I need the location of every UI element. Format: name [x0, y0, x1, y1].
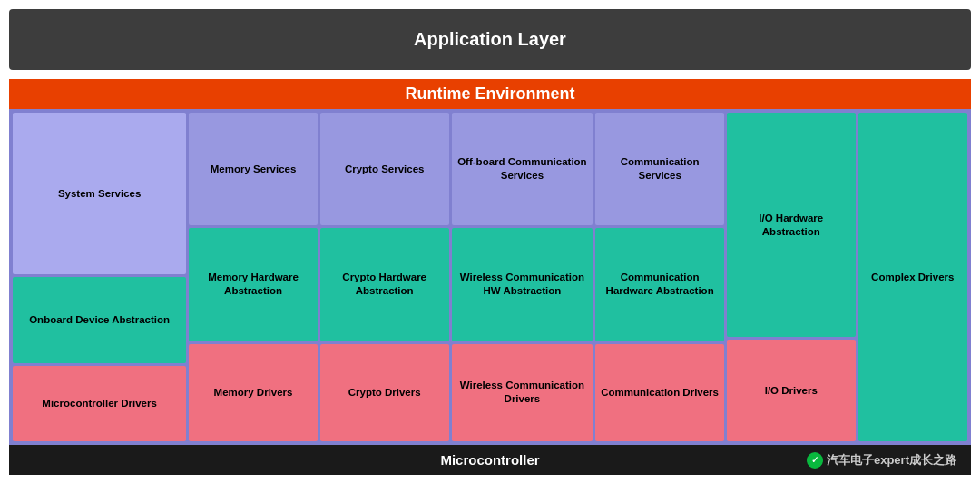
col-io: I/O Hardware Abstraction I/O Drivers [727, 113, 856, 441]
memory-drivers-cell: Memory Drivers [189, 344, 318, 441]
memory-services-cell: Memory Services [189, 113, 318, 225]
watermark-text: 汽车电子expert成长之路 [827, 452, 956, 469]
col-system: System Services Onboard Device Abstracti… [13, 113, 186, 441]
col-memory: Memory Services Memory Hardware Abstract… [189, 113, 318, 441]
wechat-icon: ✓ [807, 452, 823, 469]
crypto-services-cell: Crypto Services [320, 113, 449, 225]
complex-drivers-cell: Complex Drivers [858, 113, 967, 441]
comm-services-cell: Communication Services [595, 113, 724, 225]
runtime-label: Runtime Environment [405, 84, 574, 103]
runtime-bar: Runtime Environment [9, 79, 971, 109]
microcontroller-label: Microcontroller [440, 452, 539, 468]
app-layer: Application Layer [9, 9, 971, 70]
io-drivers-cell: I/O Drivers [727, 340, 856, 441]
wireless-hw-abstraction-cell: Wireless Communication HW Abstraction [452, 228, 593, 341]
crypto-hw-abstraction-cell: Crypto Hardware Abstraction [320, 228, 449, 341]
col-offboard: Off-board Communication Services Wireles… [452, 113, 593, 441]
comm-hw-abstraction-cell: Communication Hardware Abstraction [595, 228, 724, 341]
memory-hw-abstraction-cell: Memory Hardware Abstraction [189, 228, 318, 341]
system-services-cell: System Services [13, 113, 186, 274]
onboard-device-abstraction-cell: Onboard Device Abstraction [13, 277, 186, 363]
col-crypto: Crypto Services Crypto Hardware Abstract… [320, 113, 449, 441]
col-comm: Communication Services Communication Har… [595, 113, 724, 441]
main-area: System Services Onboard Device Abstracti… [9, 109, 971, 445]
wireless-drivers-cell: Wireless Communication Drivers [452, 344, 593, 441]
offboard-services-cell: Off-board Communication Services [452, 113, 593, 225]
app-layer-label: Application Layer [414, 29, 566, 49]
microcontroller-bar: Microcontroller ✓ 汽车电子expert成长之路 [9, 445, 971, 475]
comm-drivers-cell: Communication Drivers [595, 344, 724, 441]
watermark: ✓ 汽车电子expert成长之路 [807, 452, 956, 469]
crypto-drivers-cell: Crypto Drivers [320, 344, 449, 441]
page-wrapper: Application Layer Runtime Environment Sy… [0, 0, 980, 484]
microcontroller-drivers-cell: Microcontroller Drivers [13, 366, 186, 441]
col-complex: Complex Drivers [858, 113, 967, 441]
io-hw-abstraction-cell: I/O Hardware Abstraction [727, 113, 856, 337]
